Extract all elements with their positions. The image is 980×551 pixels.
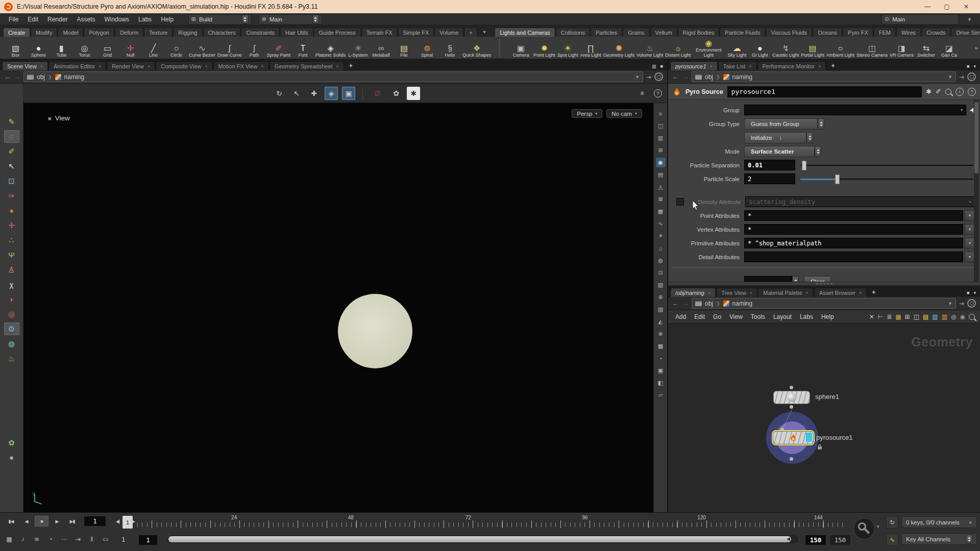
- menu-item[interactable]: Assets: [72, 16, 100, 23]
- comb-tool-icon[interactable]: ✐: [4, 145, 19, 158]
- shelf-tab[interactable]: Collisions: [556, 28, 590, 37]
- gear-icon[interactable]: ⚙: [4, 322, 19, 335]
- display-option-icon[interactable]: ▤: [656, 170, 666, 180]
- pane-tab[interactable]: Take List ×: [718, 61, 757, 70]
- set-key-button[interactable]: [853, 518, 875, 539]
- tab-close-icon[interactable]: ×: [806, 290, 808, 295]
- step-icon[interactable]: ‖: [87, 534, 97, 544]
- pane-split-icon[interactable]: ▥: [652, 64, 656, 69]
- maximize-button[interactable]: ▢: [939, 3, 954, 10]
- shelf-tool[interactable]: ▤ Portal Light: [800, 38, 825, 58]
- animation-curve-icon[interactable]: ∿: [886, 534, 898, 546]
- dropdown-button[interactable]: ▾: [965, 252, 975, 262]
- shelf-tool[interactable]: ● GI Light: [748, 38, 771, 58]
- pane-tab[interactable]: Motion FX View ×: [213, 61, 269, 70]
- density-attribute-checkbox[interactable]: [676, 198, 684, 206]
- timeline-ruler[interactable]: 24487296120144 1: [122, 516, 847, 529]
- group-type-dropdown[interactable]: Guess from Group: [744, 118, 818, 130]
- new-tab-button[interactable]: +: [867, 287, 880, 297]
- globe-icon[interactable]: ◍: [4, 337, 19, 350]
- shelf-overflow-dropdown-icon[interactable]: ▼: [478, 30, 491, 37]
- shelf-tool[interactable]: ● Sphere: [27, 38, 50, 58]
- display-options-icon[interactable]: ◫: [914, 313, 919, 320]
- shelf-tab[interactable]: Deform: [115, 28, 143, 37]
- info-icon[interactable]: i: [955, 88, 964, 96]
- scene-viewport[interactable]: ■ View Persp ▾ No cam ▾ y: [23, 103, 653, 512]
- primitive-attributes-field[interactable]: * ^shop_materialpath: [744, 238, 963, 248]
- mode-spinner[interactable]: [815, 146, 821, 157]
- snap-toggle[interactable]: ◈: [325, 87, 338, 100]
- tab-close-icon[interactable]: ×: [99, 64, 101, 69]
- pane-tab[interactable]: Composite View ×: [156, 61, 213, 70]
- pane-tab[interactable]: Animation Editor ×: [48, 61, 106, 70]
- shelf-tab[interactable]: Simple FX: [398, 28, 434, 37]
- particle-scale-slider[interactable]: [800, 173, 973, 184]
- path-root[interactable]: obj: [705, 300, 713, 307]
- network-menu-item[interactable]: Add: [671, 313, 690, 320]
- radial-menu-icon[interactable]: [967, 299, 976, 308]
- display-option-icon[interactable]: ◭: [656, 317, 666, 327]
- bone-icon[interactable]: χ: [4, 278, 19, 291]
- new-tab-button[interactable]: +: [826, 61, 839, 70]
- pane-splitter[interactable]: [668, 282, 980, 286]
- shelf-tab[interactable]: Crowds: [921, 28, 950, 37]
- playhead[interactable]: 1: [122, 516, 133, 529]
- muscle-icon[interactable]: ◗: [4, 293, 19, 306]
- shelf-tab[interactable]: Texture: [144, 28, 173, 37]
- initialize-dropdown[interactable]: Initialize ↓: [744, 132, 806, 143]
- tab-close-icon[interactable]: ×: [710, 64, 713, 69]
- play-button[interactable]: ▶: [50, 516, 64, 527]
- display-option-icon[interactable]: ▩: [656, 341, 666, 351]
- pane-maximize-icon[interactable]: ■: [967, 290, 969, 295]
- path-node[interactable]: naming: [64, 73, 84, 81]
- shelf-tab[interactable]: Lights and Cameras: [495, 28, 555, 37]
- shelf-tool[interactable]: ◉ Environment Light: [692, 38, 725, 58]
- global-range-end[interactable]: 150: [830, 535, 850, 545]
- keys-status-box[interactable]: 0 keys, 0/0 channels ▲: [901, 516, 977, 528]
- shelf-tool[interactable]: ◈ Platonic Solids: [314, 38, 347, 58]
- range-icon[interactable]: ▭: [101, 534, 111, 544]
- shelf-tool[interactable]: ◨ VR Camera: [889, 38, 915, 58]
- forward-icon[interactable]: →: [682, 299, 689, 307]
- path-node[interactable]: naming: [732, 300, 752, 307]
- view-tool[interactable]: ↻: [273, 87, 286, 100]
- node-display-flag[interactable]: [806, 433, 812, 442]
- audio-icon[interactable]: ♪: [18, 534, 28, 544]
- select-tool[interactable]: ↖: [290, 87, 303, 100]
- lock-icon[interactable]: ⊡: [4, 174, 19, 187]
- network-menu-item[interactable]: Go: [709, 313, 725, 320]
- new-tab-button[interactable]: +: [345, 61, 357, 70]
- node-input-dot[interactable]: [790, 386, 793, 389]
- back-icon[interactable]: ←: [672, 299, 679, 307]
- display-option-icon[interactable]: ⌂: [656, 243, 666, 253]
- help-icon[interactable]: ?: [968, 88, 976, 96]
- display-option-icon[interactable]: ▥: [656, 133, 666, 143]
- display-option-icon[interactable]: ⊡: [656, 268, 666, 278]
- shelf-tool[interactable]: ✹ Point Light: [532, 38, 556, 58]
- shelf-tool[interactable]: ▣ Camera: [509, 38, 532, 58]
- shelf-tool[interactable]: ♨ Volume Light: [635, 38, 664, 58]
- shelf-tool[interactable]: ☀ Spot Light: [556, 38, 579, 58]
- radial-menu-icon[interactable]: [967, 72, 976, 81]
- display-option-icon[interactable]: ✳: [656, 231, 666, 241]
- path-node[interactable]: naming: [732, 73, 752, 81]
- shelf-tool[interactable]: ∞ Metaball: [370, 38, 393, 58]
- pane-tab[interactable]: Render View ×: [107, 61, 155, 70]
- shelf-tab[interactable]: Model: [58, 28, 83, 37]
- shelf-tab[interactable]: Terrain FX: [361, 28, 398, 37]
- dropdown-button[interactable]: ▾: [965, 224, 975, 235]
- search-icon[interactable]: [969, 314, 975, 320]
- search-icon[interactable]: [945, 89, 951, 95]
- menu-item[interactable]: Render: [43, 16, 72, 23]
- shelf-tab[interactable]: Polygon: [84, 28, 114, 37]
- shelf-tool[interactable]: ○ Circle: [165, 38, 188, 58]
- scene-spinner[interactable]: [312, 15, 319, 24]
- shelf-tool[interactable]: ▮ Tube: [50, 38, 73, 58]
- shelf-tab[interactable]: Volume: [434, 28, 463, 37]
- render-flipbook[interactable]: ✿: [389, 87, 403, 100]
- shelf-tool[interactable]: ∿ Curve Bezier: [188, 38, 216, 58]
- shelf-tool[interactable]: ╱ Line: [142, 38, 165, 58]
- dropdown-icon[interactable]: ▾: [961, 108, 963, 112]
- menu-item[interactable]: Labs: [134, 16, 156, 23]
- display-option-icon[interactable]: ⊞: [656, 145, 666, 155]
